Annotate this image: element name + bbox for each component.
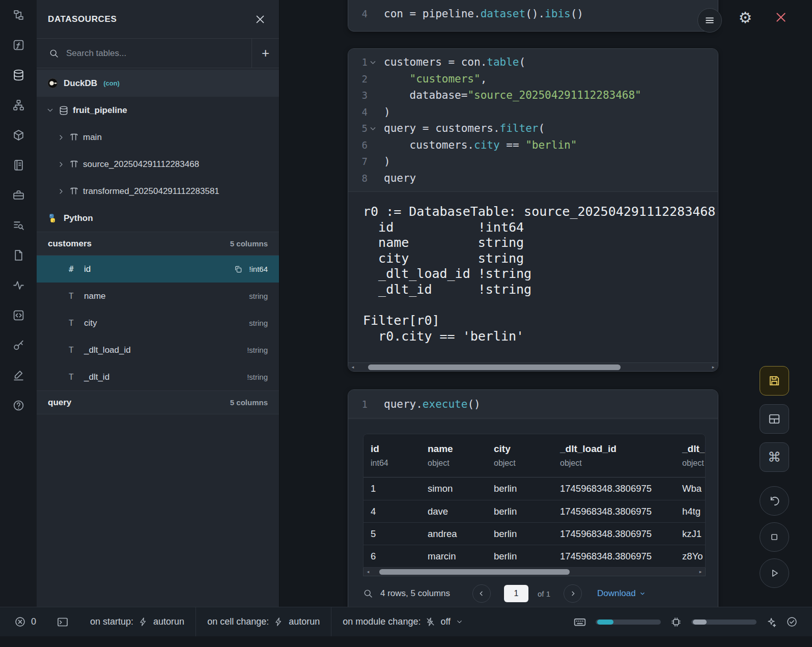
tree-item-schema-source[interactable]: source_202504291112283468 xyxy=(37,151,279,178)
next-page-button[interactable] xyxy=(564,584,582,603)
command-palette-button[interactable]: ⌘ xyxy=(760,442,789,472)
add-datasource-button[interactable]: + xyxy=(251,39,279,68)
scrollbar-thumb[interactable] xyxy=(368,364,621,370)
database-icon[interactable] xyxy=(0,60,37,90)
table-header-_dlt_id[interactable]: _dlt_idobject xyxy=(675,434,706,477)
search-table-icon[interactable] xyxy=(363,588,373,599)
toolbox-icon[interactable] xyxy=(0,180,37,210)
code-line[interactable]: 8query xyxy=(348,170,718,187)
search-input[interactable]: Search tables... xyxy=(37,48,251,59)
code-line[interactable]: 4) xyxy=(348,104,718,121)
document-icon[interactable] xyxy=(0,240,37,270)
tree-item-schema-transformed[interactable]: transformed_202504291112283581 xyxy=(37,178,279,205)
table-row[interactable]: 4daveberlin1745968348.3806975h4tg xyxy=(363,500,705,522)
code-editor[interactable]: 4con = pipeline.dataset().ibis() xyxy=(348,0,718,27)
list-search-icon[interactable] xyxy=(0,210,37,240)
code-line[interactable]: 3 database="source_202504291112283468" xyxy=(348,87,718,104)
scrollbar-track[interactable] xyxy=(373,568,696,576)
table-header-name[interactable]: nameobject xyxy=(421,434,487,477)
tree-item-duckdb[interactable]: DuckDB (con) xyxy=(37,70,279,97)
scroll-right-icon[interactable]: ▸ xyxy=(709,363,718,371)
code-editor[interactable]: 1query.execute() xyxy=(348,390,718,418)
chevron-right-icon[interactable] xyxy=(57,187,65,195)
settings-gear-icon[interactable]: ⚙ xyxy=(736,8,754,26)
table-header-_dlt_load_id[interactable]: _dlt_load_idobject xyxy=(553,434,675,477)
horizontal-scrollbar[interactable]: ◂ ▸ xyxy=(348,362,718,371)
download-link[interactable]: Download xyxy=(597,588,646,599)
check-circle-icon[interactable] xyxy=(786,616,798,628)
tree-structure-icon[interactable] xyxy=(0,0,37,30)
key-icon[interactable] xyxy=(0,330,37,360)
table-header-id[interactable]: idint64 xyxy=(363,434,421,477)
column-row-_dlt_load_id[interactable]: T_dlt_load_id!string xyxy=(37,336,279,363)
compose-icon[interactable] xyxy=(0,360,37,390)
chevron-down-icon[interactable] xyxy=(46,106,54,115)
layout-panels-button[interactable] xyxy=(760,404,789,434)
scroll-right-icon[interactable]: ▸ xyxy=(696,568,705,576)
code-line[interactable]: 1query.execute() xyxy=(348,396,718,413)
scroll-left-icon[interactable]: ◂ xyxy=(363,568,373,576)
cell-pipeline-partial[interactable]: 4con = pipeline.dataset().ibis() xyxy=(348,0,718,32)
keyboard-icon[interactable] xyxy=(573,615,586,629)
cpu-usage-meter[interactable] xyxy=(691,620,757,625)
tree-item-fruit-pipeline[interactable]: fruit_pipeline xyxy=(37,97,279,124)
table-row[interactable]: 5andreaberlin1745968348.3806975kzJ1 xyxy=(363,522,705,545)
package-icon[interactable] xyxy=(0,120,37,150)
sparkle-icon[interactable] xyxy=(766,616,777,628)
previous-page-button[interactable] xyxy=(472,584,491,603)
code-line[interactable]: 1customers = con.table( xyxy=(348,54,718,71)
errors-indicator[interactable]: 0 xyxy=(14,616,36,628)
undo-button[interactable] xyxy=(760,486,789,516)
page-number-input[interactable]: 1 xyxy=(504,585,528,602)
table-item-query[interactable]: query 5 columns xyxy=(37,390,279,414)
close-panel-icon[interactable] xyxy=(251,11,269,28)
on-startup-value: autorun xyxy=(153,616,184,627)
code-editor[interactable]: 1customers = con.table(2 "customers",3 d… xyxy=(348,49,718,191)
stop-button[interactable] xyxy=(760,522,789,552)
code-line[interactable]: 7) xyxy=(348,153,718,170)
table-row[interactable]: 1simonberlin1745968348.3806975Wba xyxy=(363,477,705,500)
run-button[interactable] xyxy=(760,558,789,588)
column-row-id[interactable]: #id!int64 xyxy=(37,256,279,283)
column-row-name[interactable]: Tnamestring xyxy=(37,283,279,310)
code-block-icon[interactable] xyxy=(0,300,37,330)
tree-item-python[interactable]: Python xyxy=(37,205,279,232)
fold-chevron-icon[interactable] xyxy=(370,59,380,66)
on-module-change-setting[interactable]: on module change: off xyxy=(343,616,463,627)
keyboard-activity-meter[interactable] xyxy=(596,620,661,625)
activity-icon[interactable] xyxy=(0,270,37,300)
column-row-city[interactable]: Tcitystring xyxy=(37,310,279,336)
code-line[interactable]: 2 "customers", xyxy=(348,71,718,88)
table-item-customers[interactable]: customers 5 columns xyxy=(37,232,279,256)
cell-query-execute[interactable]: 1query.execute() idint64nameobjectcityob… xyxy=(348,389,718,637)
code-line[interactable]: 4con = pipeline.dataset().ibis() xyxy=(348,6,718,22)
error-circle-icon xyxy=(14,616,26,628)
notebook-menu-button[interactable] xyxy=(697,8,722,33)
scrollbar-track[interactable] xyxy=(357,363,709,371)
horizontal-scrollbar[interactable]: ◂ ▸ xyxy=(363,568,706,576)
terminal-icon[interactable] xyxy=(57,616,69,628)
table-cell: simon xyxy=(421,483,487,494)
save-notebook-button[interactable] xyxy=(760,366,789,396)
tree-item-schema-main[interactable]: main xyxy=(37,124,279,151)
notebook-icon[interactable] xyxy=(0,150,37,180)
on-cell-change-setting[interactable]: on cell change: autorun xyxy=(207,616,320,627)
workflow-icon[interactable] xyxy=(0,90,37,120)
code-line[interactable]: 6 customers.city == "berlin" xyxy=(348,137,718,154)
scroll-left-icon[interactable]: ◂ xyxy=(348,363,357,371)
on-startup-setting[interactable]: on startup: autorun xyxy=(90,616,184,627)
help-icon[interactable] xyxy=(0,390,37,420)
cell-customers-query[interactable]: 1customers = con.table(2 "customers",3 d… xyxy=(348,48,718,372)
column-row-_dlt_id[interactable]: T_dlt_id!string xyxy=(37,363,279,390)
scrollbar-thumb[interactable] xyxy=(379,569,570,575)
table-row[interactable]: 6marcinberlin1745968348.3806975z8Yo xyxy=(363,545,705,567)
close-app-icon[interactable] xyxy=(772,8,790,26)
chevron-right-icon[interactable] xyxy=(57,133,65,142)
code-line[interactable]: 5query = customers.filter( xyxy=(348,120,718,137)
fold-chevron-icon[interactable] xyxy=(370,125,380,132)
chevron-right-icon[interactable] xyxy=(57,160,65,168)
function-icon[interactable] xyxy=(0,30,37,60)
cpu-chip-icon[interactable] xyxy=(670,616,682,628)
table-header-city[interactable]: cityobject xyxy=(487,434,553,477)
copy-icon[interactable] xyxy=(234,265,243,274)
